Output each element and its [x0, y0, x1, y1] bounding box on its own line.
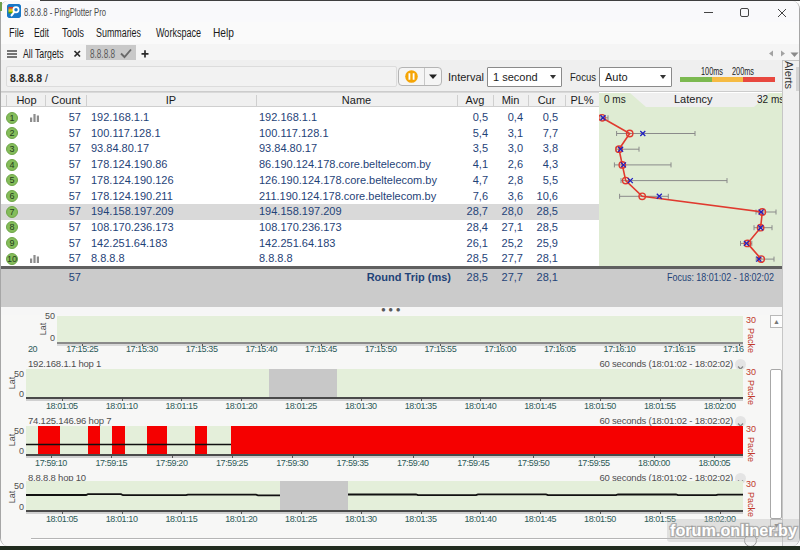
svg-text:8.8.8.8: 8.8.8.8: [90, 47, 115, 61]
svg-text:200ms: 200ms: [732, 65, 754, 77]
svg-text:8.8.8.8 - PingPlotter Pro: 8.8.8.8 - PingPlotter Pro: [24, 6, 106, 18]
svg-text:File: File: [9, 26, 24, 40]
svg-text:Help: Help: [213, 26, 234, 40]
svg-text:Alerts: Alerts: [783, 61, 795, 90]
svg-text:Workspace: Workspace: [156, 26, 201, 40]
svg-text:Focus: Focus: [570, 71, 596, 83]
svg-text:Focus: 18:01:02 - 18:02:02: Focus: 18:01:02 - 18:02:02: [667, 271, 774, 283]
svg-text:Interval: Interval: [448, 71, 484, 83]
svg-text:Tools: Tools: [62, 26, 84, 40]
svg-text:forum.onliner.by: forum.onliner.by: [670, 522, 797, 539]
svg-text:All Targets: All Targets: [23, 47, 64, 61]
svg-text:Edit: Edit: [34, 26, 49, 40]
svg-text:100ms: 100ms: [701, 65, 723, 77]
svg-text:Summaries: Summaries: [96, 26, 141, 40]
